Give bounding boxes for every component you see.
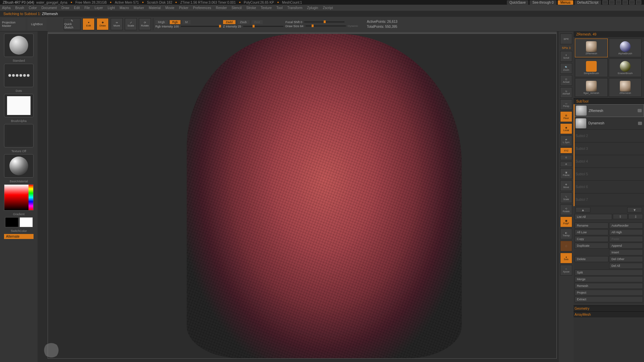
projection-master-button[interactable]: Projection Master	[2, 18, 25, 30]
list-all-button[interactable]: List All	[575, 214, 612, 220]
z-intensity-slider[interactable]	[243, 26, 283, 27]
subtool-header[interactable]: SubTool	[574, 98, 644, 104]
project-button[interactable]: Project	[575, 290, 643, 296]
visibility-icon[interactable]	[638, 122, 642, 125]
arraymesh-header[interactable]: ArrayMesh	[574, 311, 644, 317]
m-button[interactable]: M	[182, 20, 191, 24]
menu-render[interactable]: Render	[216, 6, 227, 10]
extract-button[interactable]: Extract	[575, 296, 643, 302]
close-icon[interactable]	[636, 0, 641, 4]
window-icon[interactable]	[602, 0, 608, 4]
menu-transform[interactable]: Transform	[287, 6, 302, 10]
frame-button[interactable]: ▣Frame	[560, 168, 572, 179]
menu-alpha[interactable]: Alpha	[2, 6, 11, 10]
tool-thumb[interactable]: AlphaBrush	[609, 39, 642, 57]
move-up-button[interactable]: ▲	[576, 207, 590, 213]
alpha-thumbnail[interactable]	[4, 94, 34, 117]
copy-button[interactable]: Copy	[575, 236, 608, 242]
all-low-button[interactable]: All Low	[575, 229, 608, 235]
subtool-row[interactable]: Subtol 6	[574, 181, 644, 193]
menu-edit[interactable]: Edit	[74, 6, 80, 10]
subtool-scrollbar[interactable]	[574, 104, 575, 206]
menu-preferences[interactable]: Preferences	[193, 6, 211, 10]
subtool-row[interactable]: Subtol 7	[574, 193, 644, 206]
y-axis-button[interactable]: ⊙	[560, 155, 572, 160]
persp-button[interactable]: ▭Persp	[560, 99, 572, 110]
del-all-button[interactable]: Del All	[609, 263, 643, 269]
move-view-button[interactable]: ✥Move	[560, 180, 572, 191]
merge-button[interactable]: Merge	[575, 276, 643, 282]
draw-size-label[interactable]: Draw Size 64	[285, 24, 304, 28]
gradient-label[interactable]: Gradient	[13, 213, 25, 216]
menu-stroke[interactable]: Stroke	[246, 6, 256, 10]
menu-tool[interactable]: Tool	[276, 6, 282, 10]
maximize-icon[interactable]	[629, 0, 635, 4]
paste-button[interactable]: Paste	[609, 236, 643, 242]
stroke-thumbnail[interactable]	[4, 64, 34, 87]
dynamic-label[interactable]: Dynamic	[348, 24, 358, 27]
visibility-icon[interactable]	[638, 109, 642, 112]
z-axis-button[interactable]: ⊕	[560, 162, 572, 167]
menu-light[interactable]: Light	[108, 6, 115, 10]
menu-marker[interactable]: Marker	[133, 6, 144, 10]
arrow-up-button[interactable]: ⇧	[613, 214, 628, 219]
rgb-intensity-slider[interactable]	[181, 26, 221, 27]
all-high-button[interactable]: All High	[609, 229, 643, 235]
local-button[interactable]: ◉Local	[560, 123, 572, 134]
menu-layer[interactable]: Layer	[95, 6, 103, 10]
texture-thumbnail[interactable]	[4, 124, 34, 147]
remesh-button[interactable]: Remesh	[575, 283, 643, 289]
menu-draw[interactable]: Draw	[61, 6, 69, 10]
zadd-button[interactable]: Zadd	[223, 20, 235, 24]
quick-sketch-button[interactable]: ✎Quick Sketch	[64, 18, 80, 30]
secondary-color[interactable]	[5, 217, 18, 227]
append-button[interactable]: Append	[609, 243, 643, 249]
spix-label[interactable]: SPix 3	[562, 46, 571, 50]
menu-macro[interactable]: Macro	[120, 6, 129, 10]
primary-color[interactable]	[19, 217, 33, 227]
xyz-button[interactable]: XYZ	[560, 147, 572, 154]
z-intensity-label[interactable]: Z Intensity 25	[223, 25, 241, 28]
del-other-button[interactable]: Del Other	[609, 256, 643, 262]
lsym-button[interactable]: ⇄L.Sym	[560, 135, 572, 146]
scale-view-button[interactable]: ⤡Scale	[560, 192, 572, 203]
subtool-row[interactable]: Dynamesh	[574, 117, 644, 130]
color-picker[interactable]	[4, 184, 34, 210]
menu-color[interactable]: Color	[29, 6, 37, 10]
bpr-button[interactable]: BPR	[560, 34, 572, 44]
aahalf-button[interactable]: ½AAHalf	[560, 87, 572, 98]
solo-button[interactable]: ●Solo	[560, 253, 572, 263]
move-down-button[interactable]: ▼	[627, 207, 642, 213]
tool-thumb[interactable]: ZRemesh	[609, 78, 642, 97]
floor-button[interactable]: ⊞Floor	[560, 111, 572, 122]
menu-brush[interactable]: Brush	[15, 6, 24, 10]
subtool-row[interactable]: Subtol 2	[574, 130, 644, 142]
menus-button[interactable]: Menus	[558, 0, 573, 5]
rotate-button[interactable]: ⟳Rotate	[139, 18, 151, 30]
lightbox-button[interactable]: LightBox	[28, 18, 46, 30]
zoom-button[interactable]: 🔍Zoom	[560, 63, 572, 74]
menu-picker[interactable]: Picker	[179, 6, 189, 10]
transp-button[interactable]: ◐Transp	[560, 229, 572, 239]
polyf-button[interactable]: ▦PolyF	[560, 217, 572, 227]
draw-size-slider[interactable]	[306, 25, 346, 26]
autoreorder-button[interactable]: AutoReorder	[609, 223, 643, 229]
canvas[interactable]	[38, 32, 559, 362]
subtool-row[interactable]: ZRemesh	[574, 104, 644, 117]
mrgb-button[interactable]: Mrgb	[155, 20, 168, 24]
insert-button[interactable]: Insert	[609, 249, 643, 255]
rgb-intensity-label[interactable]: Rgb Intensity 100	[155, 25, 179, 28]
menu-zplugin[interactable]: Zplugin	[307, 6, 318, 10]
scale-button[interactable]: ⤢Scale	[125, 18, 137, 30]
seethrough-slider[interactable]: See-through 0	[530, 0, 556, 5]
tool-thumb[interactable]: SimpleBrush	[575, 58, 608, 77]
menu-texture[interactable]: Texture	[261, 6, 272, 10]
switchcolor-button[interactable]: SwitchColor	[11, 229, 27, 233]
geometry-header[interactable]: Geometry	[574, 305, 644, 311]
alternate-button[interactable]: Alternate	[4, 234, 34, 239]
rotate-view-button[interactable]: ⟲Rotate	[560, 204, 572, 215]
window-icon[interactable]	[609, 0, 614, 4]
delete-button[interactable]: Delete	[575, 256, 608, 262]
scroll-button[interactable]: ⇕Scroll	[560, 51, 572, 62]
tool-thumb[interactable]: figur_remesh	[575, 78, 608, 97]
